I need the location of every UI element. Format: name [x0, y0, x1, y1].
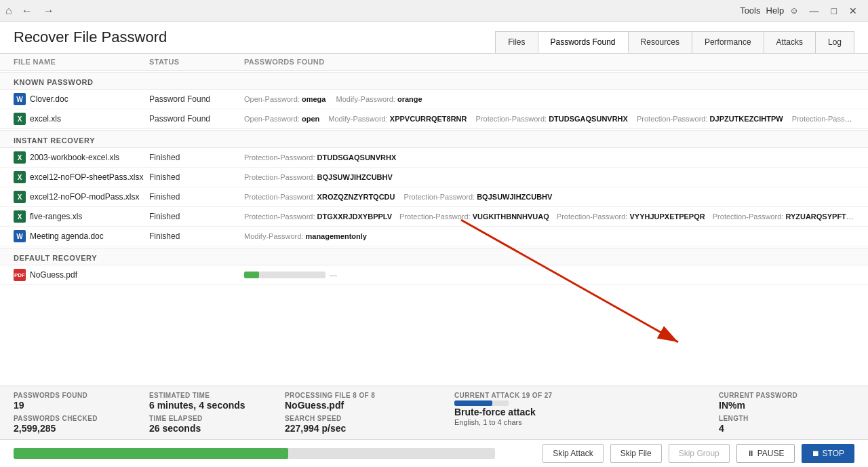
overall-progress-bar [14, 448, 495, 459]
excel-icon: X [14, 210, 26, 223]
passwords-cell: Open-Password: omega Modify-Password: or… [244, 95, 854, 103]
stop-button[interactable]: ⏹ STOP [802, 444, 854, 463]
passwords-checked-value: 2,599,285 [14, 423, 149, 434]
file-status: Finished [149, 212, 244, 221]
length-label: LENGTH [719, 415, 854, 422]
file-name-clover: W Clover.doc [14, 93, 149, 105]
processing-label: PROCESSING FILE 8 OF 8 [285, 392, 454, 399]
tab-resources[interactable]: Resources [628, 31, 692, 53]
attack-group: CURRENT ATTACK 19 OF 27 Brute-force atta… [454, 390, 719, 435]
table-row: X excel.xls Password Found Open-Password… [0, 109, 868, 129]
passwords-cell: Modify-Password: managementonly [244, 232, 854, 240]
tools-menu[interactable]: Tools [740, 5, 760, 16]
app-title: Recover File Password [14, 29, 167, 53]
skip-attack-button[interactable]: Skip Attack [542, 444, 603, 463]
stop-label: STOP [823, 449, 844, 458]
overall-progress-fill [14, 448, 288, 459]
time-elapsed-label: TIME ELAPSED [149, 415, 285, 422]
passwords-checked-label: PASSWORDS CHECKED [14, 415, 149, 422]
search-speed-value: 227,994 p/sec [285, 423, 454, 434]
pause-icon: ⏸ [747, 449, 755, 458]
file-name-five-ranges: X five-ranges.xls [14, 210, 149, 223]
table-row: W Meeting agenda.doc Finished Modify-Pas… [0, 227, 868, 246]
minimize-button[interactable]: — [804, 4, 825, 18]
table-row: W Clover.doc Password Found Open-Passwor… [0, 90, 868, 109]
processing-value: NoGuess.pdf [285, 400, 454, 411]
current-password-value: IN%m [719, 400, 854, 411]
word-icon: W [14, 93, 26, 105]
pause-label: PAUSE [757, 449, 785, 458]
section-default-recovery: DEFAULT RECOVERY [0, 248, 868, 265]
col-header-status: STATUS [149, 58, 244, 66]
passwords-cell: Protection-Password: XROZQZNZYRTQCDU Pro… [244, 193, 854, 201]
tab-performance[interactable]: Performance [692, 31, 764, 53]
file-status: Password Found [149, 94, 244, 104]
section-known-password: KNOWN PASSWORD [0, 72, 868, 90]
estimated-time-label: ESTIMATED TIME [149, 392, 285, 399]
tab-passwords-found[interactable]: Passwords Found [538, 31, 629, 53]
excel-icon: X [14, 171, 26, 183]
passwords-cell: Protection-Password: BQJSUWJIHZCUBHV [244, 173, 854, 181]
tab-bar: Files Passwords Found Resources Performa… [495, 31, 854, 53]
file-status: Password Found [149, 114, 244, 124]
length-value: 4 [719, 423, 854, 434]
file-name-excel: X excel.xls [14, 113, 149, 125]
file-name-noguess: PDF NoGuess.pdf [14, 269, 149, 281]
time-elapsed-value: 26 seconds [149, 423, 285, 434]
passwords-cell: — [244, 271, 854, 279]
passwords-found-group: PASSWORDS FOUND 19 PASSWORDS CHECKED 2,5… [14, 390, 149, 435]
excel-icon: X [14, 151, 26, 164]
file-name-excel12-sheet: X excel12-noFOP-sheetPass.xlsx [14, 171, 149, 183]
emoji-icon[interactable]: ☺ [789, 5, 798, 16]
time-group: ESTIMATED TIME 6 minutes, 4 seconds TIME… [149, 390, 285, 435]
table-row: PDF NoGuess.pdf — [0, 265, 868, 285]
current-attack-value: Brute-force attack [454, 407, 719, 417]
skip-group-button[interactable]: Skip Group [669, 444, 730, 463]
tab-files[interactable]: Files [495, 31, 538, 53]
file-name-2003workbook: X 2003-workbook-excel.xls [14, 151, 149, 164]
table-row: X five-ranges.xls Finished Protection-Pa… [0, 207, 868, 227]
excel-icon: X [14, 113, 26, 125]
file-name-meeting: W Meeting agenda.doc [14, 230, 149, 242]
app-header: Recover File Password Files Passwords Fo… [0, 22, 868, 54]
status-bar: PASSWORDS FOUND 19 PASSWORDS CHECKED 2,5… [0, 386, 868, 439]
forward-button[interactable]: → [39, 3, 58, 18]
estimated-time-value: 6 minutes, 4 seconds [149, 400, 285, 411]
section-instant-recovery: INSTANT RECOVERY [0, 130, 868, 148]
excel-icon: X [14, 191, 26, 203]
file-progress-bar [244, 272, 326, 278]
progress-footer: Skip Attack Skip File Skip Group ⏸ PAUSE… [0, 439, 868, 467]
titlebar: ⌂ ← → Tools Help ☺ — □ ✕ [0, 0, 868, 22]
passwords-cell: Protection-Password: DTGXXRJDXYBPPLV Pro… [244, 212, 854, 221]
file-status: Finished [149, 192, 244, 202]
pdf-icon: PDF [14, 269, 26, 281]
current-attack-label: CURRENT ATTACK 19 OF 27 [454, 392, 719, 399]
col-header-passwords: PASSWORDS FOUND [244, 58, 854, 66]
table-area: KNOWN PASSWORD W Clover.doc Password Fou… [0, 71, 868, 386]
home-icon[interactable]: ⌂ [5, 5, 12, 17]
table-row: X 2003-workbook-excel.xls Finished Prote… [0, 148, 868, 168]
tab-attacks[interactable]: Attacks [764, 31, 816, 53]
current-attack-sub: English, 1 to 4 chars [454, 418, 719, 426]
processing-group: PROCESSING FILE 8 OF 8 NoGuess.pdf SEARC… [285, 390, 454, 435]
column-headers: FILE NAME STATUS PASSWORDS FOUND [0, 54, 868, 71]
maximize-button[interactable]: □ [826, 4, 842, 18]
search-speed-label: SEARCH SPEED [285, 415, 454, 422]
current-password-label: CURRENT PASSWORD [719, 392, 854, 399]
tab-log[interactable]: Log [815, 31, 854, 53]
file-status: Finished [149, 231, 244, 241]
help-menu[interactable]: Help [766, 5, 785, 16]
stop-icon: ⏹ [812, 449, 820, 458]
back-button[interactable]: ← [18, 3, 37, 18]
passwords-cell: Protection-Password: DTUDSGAQSUNVRHX [244, 153, 854, 162]
table-row: X excel12-noFOP-modPass.xlsx Finished Pr… [0, 187, 868, 207]
pause-button[interactable]: ⏸ PAUSE [736, 444, 795, 463]
col-header-filename: FILE NAME [14, 58, 149, 66]
passwords-cell: Open-Password: open Modify-Password: XPP… [244, 115, 854, 123]
word-icon: W [14, 230, 26, 242]
skip-file-button[interactable]: Skip File [610, 444, 662, 463]
table-row: X excel12-noFOP-sheetPass.xlsx Finished … [0, 168, 868, 187]
close-button[interactable]: ✕ [844, 4, 863, 18]
file-name-excel12-mod: X excel12-noFOP-modPass.xlsx [14, 191, 149, 203]
current-password-group: CURRENT PASSWORD IN%m LENGTH 4 [719, 390, 854, 435]
